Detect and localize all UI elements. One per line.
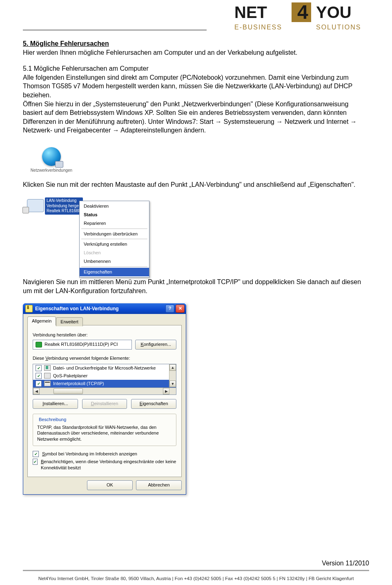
notify-limited-checkbox-row[interactable]: Benachrichtigen, wenn diese Verbindung e…	[33, 459, 176, 471]
svg-text:E-BUSINESS: E-BUSINESS	[234, 24, 282, 31]
net4you-logo: NET 4 YOU E-BUSINESS SOLUTIONS	[234, 2, 369, 35]
notify-limited-label: Benachrichtigen, wenn diese Verbindung e…	[41, 459, 176, 471]
header-rule	[23, 29, 207, 31]
paragraph: Navigieren Sie nun im mittleren Menü zum…	[23, 278, 369, 295]
list-item-fileshare[interactable]: Datei- und Druckerfreigabe für Microsoft…	[33, 364, 176, 372]
paragraph: Klicken Sie nun mit der rechten Maustast…	[23, 180, 369, 189]
list-item-qos[interactable]: QoS-Paketplaner	[33, 372, 176, 380]
network-connections-figure: Netzwerkverbindungen	[27, 147, 76, 173]
tab-general[interactable]: Allgemein	[27, 316, 56, 325]
menu-item-shortcut[interactable]: Verknüpfung erstellen	[80, 240, 149, 249]
titlebar-help-button[interactable]: ?	[165, 305, 174, 313]
connect-via-label: Verbindung herstellen über:	[33, 332, 176, 338]
description-legend: Beschreibung	[37, 417, 68, 423]
scroll-down-icon[interactable]	[169, 381, 176, 387]
scroll-up-icon[interactable]	[169, 364, 176, 371]
list-item-tcpip[interactable]: Internetprotokoll (TCP/IP)	[33, 380, 176, 388]
context-menu-figure: LAN-Verbindung Verbindung herge Realtek …	[27, 197, 158, 267]
cancel-button[interactable]: Abbrechen	[136, 480, 182, 490]
tab-extended[interactable]: Erweitert	[56, 317, 82, 326]
scroll-thumb[interactable]	[53, 388, 83, 394]
document-body: 5. Mögliche Fehlerursachen Hier werden I…	[23, 39, 369, 495]
tcpip-icon	[44, 381, 51, 386]
menu-item-deactivate[interactable]: Deaktivieren	[80, 202, 149, 211]
components-listbox[interactable]: Datei- und Druckerfreigabe für Microsoft…	[33, 364, 176, 395]
uses-elements-label: Diese Verbindung verwendet folgende Elem…	[33, 355, 176, 361]
footer-rule	[23, 570, 369, 571]
menu-item-bridge[interactable]: Verbindungen überbrücken	[80, 230, 149, 238]
figure-caption: Netzwerkverbindungen	[27, 168, 76, 173]
item-properties-button[interactable]: Eigenschaften	[131, 399, 176, 409]
menu-item-repair[interactable]: Reparieren	[80, 219, 149, 228]
scroll-right-icon[interactable]	[163, 388, 169, 394]
titlebar-close-button[interactable]: ✕	[176, 305, 185, 313]
svg-text:4: 4	[297, 2, 308, 23]
menu-separator	[81, 239, 147, 239]
show-icon-checkbox-row[interactable]: Symbol bei Verbindung im Infobereich anz…	[33, 451, 176, 457]
menu-item-properties[interactable]: Eigenschaften	[80, 268, 149, 276]
menu-separator	[81, 267, 147, 267]
ok-button[interactable]: OK	[87, 480, 133, 490]
dialog-tabs: Allgemein Erweitert	[27, 316, 182, 325]
page-header: NET 4 YOU E-BUSINESS SOLUTIONS	[23, 0, 369, 37]
scroll-left-icon[interactable]	[33, 388, 40, 394]
checkbox-icon[interactable]	[33, 459, 38, 465]
svg-text:YOU: YOU	[316, 3, 352, 21]
horizontal-scrollbar[interactable]	[33, 388, 169, 394]
adapter-name: Realtek RTL8168D(P)/8111D(P) PCI	[45, 341, 118, 347]
fileshare-icon	[44, 365, 51, 371]
qos-icon	[44, 373, 51, 379]
configure-button[interactable]: Konfigurieren...	[135, 340, 176, 350]
nic-icon	[36, 342, 42, 347]
menu-item-delete: Löschen	[80, 249, 149, 257]
menu-item-rename[interactable]: Umbenennen	[80, 257, 149, 266]
lan-properties-dialog: Eigenschaften von LAN-Verbindung ? ✕ All…	[23, 303, 186, 495]
menu-separator	[81, 229, 147, 229]
checkbox-icon[interactable]	[36, 373, 42, 379]
description-fieldset: Beschreibung TCP/IP, das Standardprotoko…	[33, 414, 176, 446]
adapter-field: Realtek RTL8168D(P)/8111D(P) PCI	[33, 340, 132, 350]
heading-5: 5. Mögliche Fehlerursachen	[23, 39, 369, 48]
globe-icon	[42, 147, 61, 166]
lan-connection-icon[interactable]	[27, 199, 44, 212]
install-button[interactable]: Installieren...	[33, 399, 78, 409]
checkbox-icon[interactable]	[36, 381, 42, 387]
paragraph: Öffnen Sie hierzu in der „Systemsteuerun…	[23, 100, 369, 135]
uninstall-button: Deinstallieren	[82, 399, 127, 409]
svg-text:SOLUTIONS: SOLUTIONS	[316, 24, 361, 31]
menu-item-status[interactable]: Status	[80, 211, 149, 219]
paragraph: Alle folgenden Einstellungen sind direkt…	[23, 73, 369, 100]
heading-5-1: 5.1 Mögliche Fehlerursachen am Computer	[23, 64, 369, 73]
show-icon-label: Symbol bei Verbindung im Infobereich anz…	[42, 451, 137, 457]
scroll-corner	[169, 388, 176, 394]
lan-tooltip: LAN-Verbindung Verbindung herge Realtek …	[45, 197, 83, 215]
paragraph: Hier werden Ihnen mögliche Fehlerursache…	[23, 48, 369, 57]
dialog-title-icon	[25, 305, 33, 312]
context-menu: Deaktivieren Status Reparieren Verbindun…	[79, 201, 149, 278]
checkbox-icon[interactable]	[36, 365, 42, 371]
dialog-titlebar: Eigenschaften von LAN-Verbindung ? ✕	[23, 303, 186, 314]
footer-text: Net4You Internet GmbH, Tiroler Straße 80…	[23, 576, 369, 581]
vertical-scrollbar[interactable]	[169, 364, 176, 387]
description-text: TCP/IP, das Standardprotokoll für WAN-Ne…	[37, 424, 172, 443]
version-label: Version 11/2010	[322, 560, 369, 567]
tab-panel-general: Verbindung herstellen über: Realtek RTL8…	[27, 325, 182, 477]
dialog-title: Eigenschaften von LAN-Verbindung	[35, 305, 119, 312]
svg-text:NET: NET	[234, 3, 267, 21]
checkbox-icon[interactable]	[33, 451, 39, 457]
